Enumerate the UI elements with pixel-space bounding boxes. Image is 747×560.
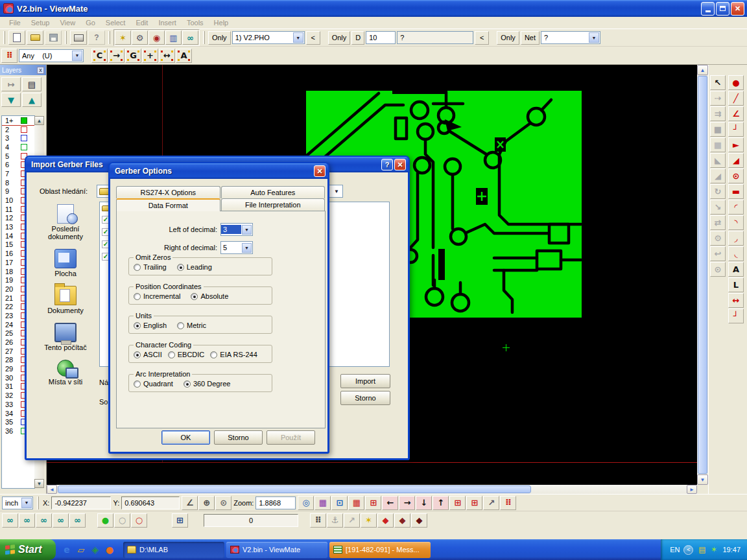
- layer-row-2[interactable]: 2: [2, 125, 34, 134]
- chevron-down-icon[interactable]: ▼: [331, 186, 342, 196]
- fill-light-icon[interactable]: ■: [710, 137, 726, 152]
- menu-tools[interactable]: Tools: [182, 18, 209, 28]
- scroll-up-icon[interactable]: ▲: [697, 65, 708, 75]
- radio-trailing[interactable]: Trailing: [134, 263, 167, 271]
- lamp-on-icon[interactable]: ●: [97, 513, 113, 528]
- draw-route-icon[interactable]: ┘: [728, 309, 744, 323]
- undo-icon[interactable]: ↩: [710, 246, 726, 261]
- tray-notes-icon[interactable]: ▤: [697, 545, 707, 555]
- probe-point-icon[interactable]: ⊙: [215, 496, 231, 510]
- radio-leading[interactable]: Leading: [177, 263, 212, 271]
- menu-setup[interactable]: Setup: [26, 18, 55, 28]
- resize-region-icon[interactable]: ↗: [483, 496, 499, 510]
- context-help-button[interactable]: ?: [88, 30, 105, 45]
- flash-pattern-icon[interactable]: ✶: [361, 513, 377, 528]
- dcode-c-icon[interactable]: C: [91, 49, 108, 63]
- place-posledn-dokumenty[interactable]: Poslední dokumenty: [34, 204, 97, 240]
- radio-absolute[interactable]: Absolute: [191, 292, 228, 300]
- swap-icon[interactable]: ⇄: [710, 215, 726, 230]
- layer-goto-icon[interactable]: ↦: [1, 77, 21, 91]
- radio-360-degree[interactable]: 360 Degree: [184, 380, 231, 388]
- dcode-arrow-icon[interactable]: →: [108, 49, 124, 63]
- new-file-button[interactable]: [8, 30, 25, 45]
- view-marked-icon[interactable]: ∞: [53, 513, 69, 528]
- node-edit-icon[interactable]: ⊙: [710, 262, 726, 277]
- layer-up-icon[interactable]: ▲: [22, 93, 42, 107]
- view-sketch-icon[interactable]: ∞: [69, 513, 86, 528]
- vscroll-thumb[interactable]: [698, 76, 707, 474]
- dcode-marks-icon[interactable]: ⠿: [1, 49, 18, 63]
- tile-windows-icon[interactable]: ⊞: [172, 513, 188, 528]
- menu-insert[interactable]: Insert: [153, 18, 182, 28]
- horizontal-scrollbar[interactable]: ◄ ►: [47, 485, 697, 494]
- layer-row-3[interactable]: 3: [2, 134, 34, 143]
- quick-folder-icon[interactable]: ▱: [75, 544, 87, 555]
- tab-data-format[interactable]: Data Format: [116, 198, 220, 211]
- ok-button[interactable]: OK: [161, 430, 210, 445]
- layer-row-4[interactable]: 4: [2, 143, 34, 152]
- dcode-g-icon[interactable]: G: [125, 49, 141, 63]
- draw-circle-icon[interactable]: ⊙: [728, 169, 744, 183]
- layer-colors-icon[interactable]: ▥: [165, 30, 182, 45]
- place-plocha[interactable]: Plocha: [34, 249, 97, 277]
- scroll-down-icon[interactable]: ▼: [34, 479, 44, 488]
- view-selection-icon[interactable]: ∞: [36, 513, 52, 528]
- radio-eia-rs-244[interactable]: EIA RS-244: [210, 351, 257, 358]
- menu-edit[interactable]: Edit: [130, 18, 153, 28]
- tab-auto-features[interactable]: Auto Features: [221, 186, 326, 198]
- anchor-icon[interactable]: ⚓: [327, 513, 343, 528]
- draw-corner-icon[interactable]: ┘: [728, 122, 744, 137]
- menu-help[interactable]: Help: [209, 18, 234, 28]
- draw-arc-lr-icon[interactable]: ◞: [728, 231, 744, 246]
- close-button[interactable]: ✕: [731, 2, 744, 16]
- minimize-button[interactable]: [701, 2, 715, 16]
- layer-color-swatch[interactable]: [21, 126, 27, 133]
- radio-ascii[interactable]: ASCII: [134, 351, 162, 358]
- place-dokumenty[interactable]: Dokumenty: [34, 286, 97, 314]
- draw-pad-icon[interactable]: ●: [728, 75, 744, 90]
- hscroll-thumb[interactable]: [58, 485, 531, 493]
- zoom-value-field[interactable]: 1.8868: [255, 496, 296, 509]
- select-trace-icon[interactable]: ⇢: [710, 91, 726, 106]
- tray-collapse-icon[interactable]: <: [683, 545, 693, 555]
- flip-horizontal-icon[interactable]: ◣: [710, 153, 726, 168]
- rotate-icon[interactable]: ↻: [710, 184, 726, 199]
- zoom-window-icon[interactable]: ⊡: [331, 496, 348, 510]
- pad-pattern2-icon[interactable]: ◆: [394, 513, 410, 528]
- draw-arc-ll-icon[interactable]: ◟: [728, 246, 744, 261]
- radio-english[interactable]: English: [134, 321, 167, 329]
- aperture-filter-combo[interactable]: Any (U) ▼: [19, 49, 84, 62]
- pad-pattern1-icon[interactable]: ◆: [377, 513, 394, 528]
- only-net-button[interactable]: Only: [497, 31, 519, 45]
- tray-icq-icon[interactable]: ✶: [709, 545, 718, 555]
- dcode-name-field[interactable]: ?: [397, 31, 473, 44]
- pan-up-icon[interactable]: ↑: [433, 496, 449, 510]
- right-decimal-combo[interactable]: 5 ▼: [220, 241, 253, 254]
- settings-gear-icon[interactable]: ⚙: [710, 231, 726, 246]
- angle-measure-icon[interactable]: ∠: [182, 496, 198, 510]
- dialog-close-button[interactable]: ✕: [394, 159, 406, 170]
- scroll-up-icon[interactable]: ▲: [34, 116, 44, 125]
- menu-view[interactable]: View: [54, 18, 80, 28]
- grid-page-right-icon[interactable]: ⊞: [466, 496, 482, 510]
- tab-file-interpretation[interactable]: File Interpretation: [221, 198, 326, 211]
- print-button[interactable]: [70, 30, 87, 45]
- draw-dimension-icon[interactable]: ↔: [728, 293, 744, 308]
- menu-go[interactable]: Go: [80, 18, 101, 28]
- move-step-icon[interactable]: ↗: [344, 513, 360, 528]
- scroll-left-icon[interactable]: ◄: [47, 485, 57, 494]
- layers-panel-titlebar[interactable]: Layers x: [0, 65, 46, 75]
- draw-label-icon[interactable]: L: [728, 277, 744, 292]
- view-layers-icon[interactable]: ∞: [19, 513, 35, 528]
- open-file-button[interactable]: [27, 30, 43, 45]
- radio-metric[interactable]: Metric: [177, 321, 206, 329]
- taskbar-task-2[interactable]: [191-482-091] - Mess...: [329, 542, 431, 558]
- left-decimal-combo[interactable]: 3 ▼: [220, 223, 253, 236]
- import-button[interactable]: Import: [340, 374, 390, 388]
- draw-triangle-icon[interactable]: ◢: [728, 153, 744, 168]
- prev-dcode-button[interactable]: <: [475, 31, 489, 45]
- pan-right-icon[interactable]: →: [399, 496, 415, 510]
- radio-quadrant[interactable]: Quadrant: [134, 380, 173, 388]
- aperture-inspect-icon[interactable]: ◉: [148, 30, 165, 45]
- scroll-down-icon[interactable]: ▼: [697, 474, 708, 485]
